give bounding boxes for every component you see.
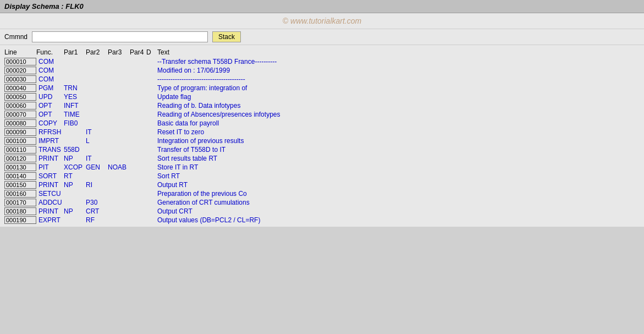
cell-line: 000150 bbox=[4, 181, 36, 189]
cell-text: Reading of Absences/presences infotypes bbox=[157, 111, 640, 118]
cell-text: Output CRT bbox=[157, 207, 640, 215]
cell-par2: RI bbox=[86, 181, 108, 189]
cell-line: 000060 bbox=[4, 102, 36, 109]
cell-func: PRINT bbox=[36, 207, 64, 215]
cell-func: ADDCU bbox=[36, 199, 64, 206]
cell-par2: GEN bbox=[86, 163, 108, 171]
cell-par2: RF bbox=[86, 216, 108, 224]
cell-text: Modified on : 17/06/1999 bbox=[157, 67, 640, 74]
cell-func: IMPRT bbox=[36, 137, 64, 145]
cell-par2: IT bbox=[86, 128, 108, 136]
cell-func: SETCU bbox=[36, 190, 64, 198]
table-row: 000180PRINTNPCRTOutput CRT bbox=[4, 207, 640, 216]
table-row: 000010COM--Transfer schema T558D France-… bbox=[4, 57, 640, 66]
main-content: Line Func. Par1 Par2 Par3 Par4 D Text 00… bbox=[0, 45, 644, 227]
cell-text: Output RT bbox=[157, 181, 640, 189]
cell-text: Sort results table RT bbox=[157, 155, 640, 162]
cell-text: Reading of b. Data infotypes bbox=[157, 102, 640, 109]
cell-text: Preparation of the previous Co bbox=[157, 190, 640, 198]
table-row: 000170ADDCUP30Generation of CRT cumulati… bbox=[4, 198, 640, 207]
table-row: 000140SORTRTSort RT bbox=[4, 172, 640, 180]
col-header-line: Line bbox=[4, 48, 36, 56]
cell-par1: NP bbox=[64, 207, 86, 215]
cell-line: 000170 bbox=[4, 199, 36, 206]
table-row: 000160SETCUPreparation of the previous C… bbox=[4, 189, 640, 198]
cell-text: Integration of previous results bbox=[157, 137, 640, 145]
cell-text: Transfer of T558D to IT bbox=[157, 146, 640, 154]
stack-button[interactable]: Stack bbox=[212, 31, 241, 42]
cell-func: COPY bbox=[36, 119, 64, 127]
toolbar: Cmmnd Stack bbox=[0, 29, 644, 45]
table-row: 000040PGMTRNType of program: integration… bbox=[4, 84, 640, 92]
cell-line: 000110 bbox=[4, 146, 36, 154]
cell-par1: XCOP bbox=[64, 163, 86, 171]
cell-line: 000080 bbox=[4, 119, 36, 127]
cell-line: 000180 bbox=[4, 207, 36, 215]
table-row: 000020COMModified on : 17/06/1999 bbox=[4, 66, 640, 75]
table-row: 000030COM-------------------------------… bbox=[4, 75, 640, 84]
cell-line: 000130 bbox=[4, 163, 36, 171]
cell-func: EXPRT bbox=[36, 216, 64, 224]
table-row: 000120PRINTNPITSort results table RT bbox=[4, 154, 640, 163]
cell-line: 000030 bbox=[4, 75, 36, 83]
cell-line: 000140 bbox=[4, 172, 36, 180]
cell-line: 000190 bbox=[4, 216, 36, 224]
cell-func: PIT bbox=[36, 163, 64, 171]
cell-func: PGM bbox=[36, 84, 64, 92]
cell-par2: IT bbox=[86, 155, 108, 162]
col-header-par2: Par2 bbox=[86, 48, 108, 56]
cell-line: 000050 bbox=[4, 93, 36, 101]
cell-func: OPT bbox=[36, 102, 64, 109]
cell-func: COM bbox=[36, 58, 64, 65]
table-row: 000060OPTINFTReading of b. Data infotype… bbox=[4, 101, 640, 110]
cell-line: 000020 bbox=[4, 67, 36, 74]
cell-line: 000090 bbox=[4, 128, 36, 136]
cell-par1: 558D bbox=[64, 146, 86, 154]
cell-func: COM bbox=[36, 67, 64, 74]
cell-par1: TRN bbox=[64, 84, 86, 92]
cell-par1: RT bbox=[64, 172, 86, 180]
cmmnd-label: Cmmnd bbox=[4, 33, 27, 41]
cell-func: PRINT bbox=[36, 155, 64, 162]
cell-line: 000070 bbox=[4, 111, 36, 118]
col-header-text: Text bbox=[157, 48, 640, 56]
cell-func: SORT bbox=[36, 172, 64, 180]
col-header-par1: Par1 bbox=[64, 48, 86, 56]
cell-par2: L bbox=[86, 137, 108, 145]
table-row: 000090RFRSHITReset IT to zero bbox=[4, 128, 640, 136]
cell-text: --Transfer schema T558D France---------- bbox=[157, 58, 640, 65]
table-row: 000150PRINTNPRIOutput RT bbox=[4, 180, 640, 189]
cell-par1: NP bbox=[64, 155, 86, 162]
table-row: 000080COPYFIB0Basic data for payroll bbox=[4, 119, 640, 128]
col-header-par3: Par3 bbox=[108, 48, 130, 56]
col-header-par4: Par4 bbox=[130, 48, 146, 56]
cell-par1: TIME bbox=[64, 111, 86, 118]
cell-text: ---------------------------------------- bbox=[157, 75, 640, 83]
cell-text: Sort RT bbox=[157, 172, 640, 180]
cell-text: Update flag bbox=[157, 93, 640, 101]
cell-func: RFRSH bbox=[36, 128, 64, 136]
cell-text: Generation of CRT cumulations bbox=[157, 199, 640, 206]
cell-func: COM bbox=[36, 75, 64, 83]
cell-func: OPT bbox=[36, 111, 64, 118]
cmmnd-input[interactable] bbox=[32, 31, 208, 42]
cell-text: Output values (DB=PCL2 / CL=RF) bbox=[157, 216, 640, 224]
cell-line: 000160 bbox=[4, 190, 36, 198]
title-label: Display Schema : FLK0 bbox=[0, 0, 644, 13]
cell-line: 000040 bbox=[4, 84, 36, 92]
column-headers: Line Func. Par1 Par2 Par3 Par4 D Text bbox=[4, 47, 640, 57]
table-row: 000070OPTTIMEReading of Absences/presenc… bbox=[4, 110, 640, 119]
cell-par2: CRT bbox=[86, 207, 108, 215]
cell-par2: P30 bbox=[86, 199, 108, 206]
cell-text: Basic data for payroll bbox=[157, 119, 640, 127]
watermark-text: © www.tutorialkart.com bbox=[283, 17, 361, 25]
cell-line: 000100 bbox=[4, 137, 36, 145]
cell-text: Store IT in RT bbox=[157, 163, 640, 171]
watermark-bar: © www.tutorialkart.com bbox=[0, 13, 644, 29]
cell-text: Reset IT to zero bbox=[157, 128, 640, 136]
data-rows-container: 000010COM--Transfer schema T558D France-… bbox=[4, 57, 640, 225]
title-bar: Display Schema : FLK0 bbox=[0, 0, 644, 13]
cell-par1: FIB0 bbox=[64, 119, 86, 127]
cell-par1: NP bbox=[64, 181, 86, 189]
table-row: 000110TRANS558DTransfer of T558D to IT bbox=[4, 145, 640, 154]
